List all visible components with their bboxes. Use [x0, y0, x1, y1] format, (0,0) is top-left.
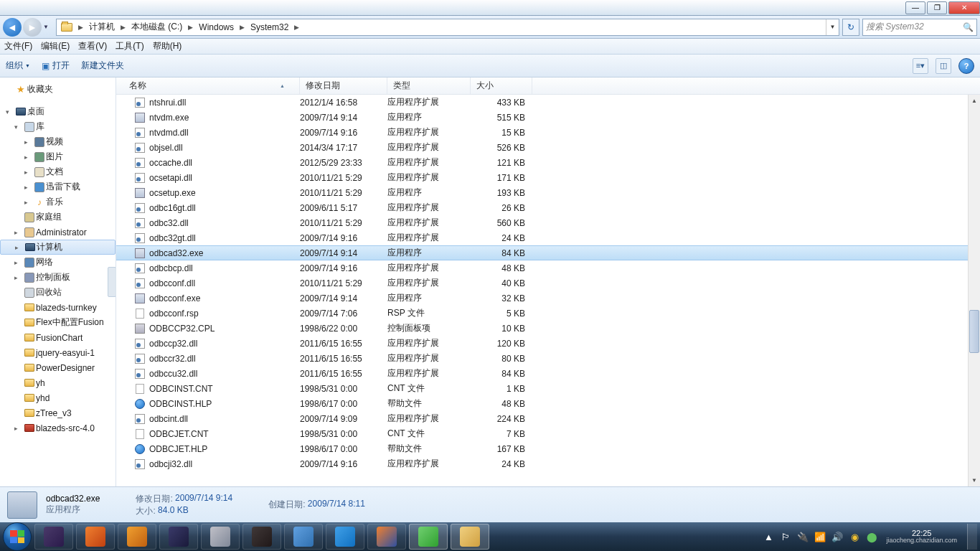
tray-power-icon[interactable]: 🔌 [796, 530, 809, 543]
breadcrumb-computer[interactable]: 计算机 [85, 19, 119, 35]
sidebar-folder[interactable]: yh [0, 375, 116, 390]
file-row[interactable]: odbcbcp.dll 2009/7/14 9:16 应用程序扩展 48 KB [116, 260, 980, 276]
column-type[interactable]: 类型 [387, 77, 471, 94]
help-button[interactable]: ? [958, 58, 974, 74]
sidebar-recycle[interactable]: 回收站 [0, 285, 116, 300]
taskbar-app-flash[interactable] [242, 524, 281, 550]
file-row[interactable]: odbccp32.dll 2011/6/15 16:55 应用程序扩展 120 … [116, 336, 980, 351]
maximize-button[interactable]: ❐ [927, 1, 947, 14]
file-row[interactable]: odbcconf.exe 2009/7/14 9:14 应用程序 32 KB [116, 291, 980, 306]
tray-show-hidden-icon[interactable]: ▲ [762, 530, 775, 543]
tray-app-icon[interactable]: ◉ [848, 530, 861, 543]
sidebar-folder[interactable]: Flex中配置Fusion [0, 315, 116, 330]
taskbar-app-ie[interactable] [409, 524, 448, 550]
tray-network-icon[interactable]: 📶 [814, 530, 826, 543]
file-row[interactable]: odbcint.dll 2009/7/14 9:09 应用程序扩展 224 KB [116, 411, 980, 426]
taskbar-app-app8[interactable] [159, 524, 198, 550]
sidebar-folder[interactable]: jquery-easyui-1 [0, 345, 116, 360]
chevron-right-icon[interactable]: ▶ [77, 24, 85, 31]
tray-safeguard-icon[interactable]: ⬤ [865, 530, 878, 543]
file-row[interactable]: ocsetapi.dll 2010/11/21 5:29 应用程序扩展 171 … [116, 170, 980, 185]
organize-button[interactable]: 组织▼ [6, 60, 30, 72]
file-row[interactable]: odbcji32.dll 2009/7/14 9:16 应用程序扩展 24 KB [116, 456, 980, 471]
file-row[interactable]: objsel.dll 2014/3/4 17:17 应用程序扩展 526 KB [116, 140, 980, 155]
taskbar-app-cube[interactable] [284, 524, 323, 550]
menu-help[interactable]: 帮助(H) [153, 40, 182, 52]
chevron-right-icon[interactable]: ▶ [187, 24, 194, 31]
column-date[interactable]: 修改日期 [300, 77, 387, 94]
sidebar-folder[interactable]: PowerDesigner [0, 360, 116, 375]
file-row[interactable]: odbccu32.dll 2011/6/15 16:55 应用程序扩展 84 K… [116, 366, 980, 381]
menu-edit[interactable]: 编辑(E) [41, 40, 70, 52]
column-size[interactable]: 大小 [471, 77, 532, 94]
back-button[interactable]: ◄ [3, 18, 22, 37]
sidebar-folder[interactable]: yhd [0, 390, 116, 405]
file-row[interactable]: ODBCINST.CNT 1998/5/31 0:00 CNT 文件 1 KB [116, 381, 980, 396]
file-row[interactable]: ODBCCP32.CPL 1998/6/22 0:00 控制面板项 10 KB [116, 321, 980, 336]
close-button[interactable]: ✕ [948, 1, 980, 14]
preview-pane-button[interactable]: ◫ [936, 58, 951, 74]
file-row[interactable]: odbcconf.rsp 2009/7/14 7:06 RSP 文件 5 KB [116, 306, 980, 321]
taskbar-app-snip[interactable] [201, 524, 240, 550]
chevron-right-icon[interactable]: ▶ [119, 24, 127, 31]
file-row[interactable]: ntvdmd.dll 2009/7/14 9:16 应用程序扩展 15 KB [116, 125, 980, 140]
start-button[interactable] [3, 522, 32, 551]
new-folder-button[interactable]: 新建文件夹 [81, 60, 124, 72]
file-row[interactable]: odbcad32.exe 2009/7/14 9:14 应用程序 84 KB [116, 245, 980, 260]
file-row[interactable]: odbc32gt.dll 2009/7/14 9:16 应用程序扩展 24 KB [116, 230, 980, 245]
sidebar-libraries[interactable]: ▾库 [0, 119, 116, 134]
menu-tools[interactable]: 工具(T) [116, 40, 143, 52]
sidebar-favorites[interactable]: ★收藏夹 [0, 82, 116, 97]
breadcrumb-drive[interactable]: 本地磁盘 (C:) [127, 19, 187, 35]
scroll-down-icon[interactable]: ▼ [969, 474, 980, 486]
open-button[interactable]: ▣打开 [42, 60, 70, 72]
sidebar-music[interactable]: ▸♪音乐 [0, 194, 116, 209]
scroll-thumb[interactable] [969, 310, 979, 353]
tray-clock[interactable]: 22:25 jiaocheng.chazidian.com [886, 529, 957, 545]
file-row[interactable]: odbc16gt.dll 2009/6/11 5:17 应用程序扩展 26 KB [116, 200, 980, 215]
address-bar[interactable]: ▶ 计算机 ▶ 本地磁盘 (C:) ▶ Windows ▶ System32 ▶… [56, 19, 839, 36]
chevron-right-icon[interactable]: ▶ [238, 24, 246, 31]
file-row[interactable]: ocsetup.exe 2010/11/21 5:29 应用程序 193 KB [116, 185, 980, 200]
file-row[interactable]: occache.dll 2012/5/29 23:33 应用程序扩展 121 K… [116, 155, 980, 170]
taskbar-app-explorer[interactable] [451, 524, 489, 550]
sidebar-pictures[interactable]: ▸图片 [0, 149, 116, 164]
file-row[interactable]: ODBCINST.HLP 1998/6/17 0:00 帮助文件 48 KB [116, 396, 980, 411]
file-row[interactable]: odbcconf.dll 2010/11/21 5:29 应用程序扩展 40 K… [116, 276, 980, 291]
column-name[interactable]: 名称▲ [116, 77, 300, 94]
sidebar-control-panel[interactable]: ▸控制面板 [0, 270, 116, 285]
view-options-button[interactable]: ≡▾ [913, 58, 928, 74]
tray-action-center-icon[interactable]: 🏳 [779, 530, 792, 543]
file-row[interactable]: ntshrui.dll 2012/1/4 16:58 应用程序扩展 433 KB [116, 95, 980, 110]
file-row[interactable]: odbccr32.dll 2011/6/15 16:55 应用程序扩展 80 K… [116, 351, 980, 366]
breadcrumb-system32[interactable]: System32 [246, 19, 293, 35]
taskbar-app-matlab[interactable] [118, 524, 156, 550]
taskbar-app-cloud[interactable] [326, 524, 364, 550]
sidebar-computer[interactable]: ▸计算机 [0, 240, 116, 255]
history-dropdown[interactable]: ▼ [43, 24, 53, 30]
window-titlebar[interactable]: — ❐ ✕ [0, 0, 980, 16]
file-row[interactable]: odbc32.dll 2010/11/21 5:29 应用程序扩展 560 KB [116, 215, 980, 230]
sidebar-folder[interactable]: ▸blazeds-src-4.0 [0, 420, 116, 435]
taskbar-app-eclipse[interactable] [34, 524, 73, 550]
vertical-scrollbar[interactable]: ▲ ▼ [968, 95, 980, 486]
sidebar-network[interactable]: ▸网络 [0, 255, 116, 270]
sidebar-documents[interactable]: ▸文档 [0, 164, 116, 179]
sidebar-homegroup[interactable]: 家庭组 [0, 209, 116, 225]
scroll-up-icon[interactable]: ▲ [969, 95, 980, 107]
sidebar-downloads[interactable]: ▸迅雷下载 [0, 179, 116, 194]
menu-view[interactable]: 查看(V) [78, 40, 107, 52]
minimize-button[interactable]: — [905, 1, 925, 14]
menu-file[interactable]: 文件(F) [4, 40, 32, 52]
taskbar-app-notepad[interactable] [76, 524, 115, 550]
breadcrumb-windows[interactable]: Windows [194, 19, 238, 35]
refresh-button[interactable]: ↻ [842, 19, 859, 36]
forward-button[interactable]: ► [23, 18, 42, 37]
sidebar-desktop[interactable]: ▾桌面 [0, 104, 116, 119]
address-dropdown[interactable]: ▼ [826, 19, 839, 35]
file-row[interactable]: ODBCJET.HLP 1998/6/17 0:00 帮助文件 167 KB [116, 441, 980, 456]
sidebar-folder[interactable]: FusionChart [0, 330, 116, 345]
tray-volume-icon[interactable]: 🔊 [831, 530, 844, 543]
file-row[interactable]: ODBCJET.CNT 1998/5/31 0:00 CNT 文件 7 KB [116, 426, 980, 441]
sidebar-admin[interactable]: ▸Administrator [0, 225, 116, 240]
